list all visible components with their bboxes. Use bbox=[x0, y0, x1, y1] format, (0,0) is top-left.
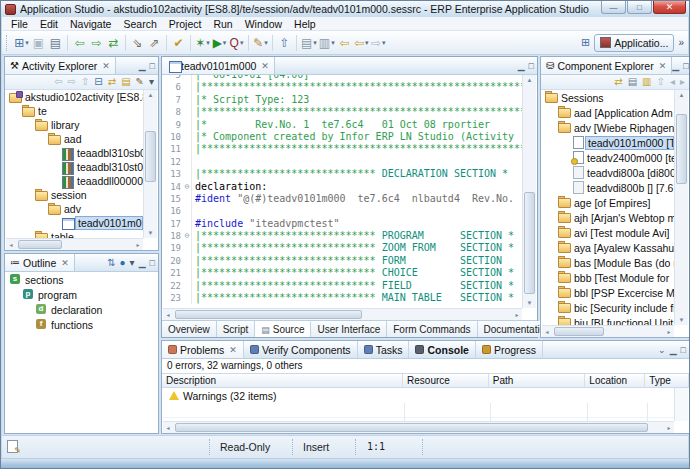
maximize-view-icon[interactable]: □ bbox=[529, 61, 534, 71]
up-icon[interactable]: ⇧ bbox=[657, 77, 665, 87]
code-editor[interactable]: 5|* 06-10-01 [04.00]6|******************… bbox=[163, 75, 522, 308]
forward-icon[interactable]: ⇨ bbox=[68, 77, 76, 87]
close-icon[interactable]: ✕ bbox=[102, 61, 110, 71]
minimize-view-icon[interactable]: ▁ bbox=[670, 345, 677, 355]
horizontal-scrollbar[interactable]: ◂ ▸ bbox=[542, 325, 674, 337]
scrollbar-thumb[interactable] bbox=[175, 423, 648, 432]
view-menu-icon[interactable]: ▾ bbox=[149, 77, 154, 87]
scroll-right-icon[interactable]: ▸ bbox=[133, 239, 143, 250]
scroll-right-icon[interactable]: ▸ bbox=[512, 309, 522, 320]
activity-tree-item[interactable]: session bbox=[6, 188, 143, 202]
tab-progress[interactable]: Progress bbox=[476, 341, 543, 358]
sort-icon[interactable]: ⇅ bbox=[107, 258, 115, 268]
debug-button[interactable]: ✶▾ bbox=[194, 34, 211, 52]
scrollbar-thumb[interactable] bbox=[175, 310, 362, 319]
horizontal-scrollbar[interactable]: ◂ ▸ bbox=[163, 421, 674, 433]
last-edit-location-button[interactable]: ⇦ bbox=[336, 34, 353, 52]
menu-run[interactable]: Run bbox=[207, 18, 238, 30]
minimize-view-icon[interactable]: ▁ bbox=[672, 61, 679, 71]
scrollbar-thumb[interactable] bbox=[554, 327, 604, 336]
minimize-button[interactable]: — bbox=[601, 1, 626, 14]
link-with-editor-icon[interactable]: ⇄ bbox=[614, 77, 622, 87]
up-icon[interactable]: ⇧ bbox=[81, 77, 89, 87]
activity-tree-item[interactable]: teaadbl310sb00 bbox=[6, 146, 143, 160]
to-runtime-button[interactable]: ⇧ bbox=[276, 34, 293, 52]
open-perspective-icon[interactable]: ⊞ bbox=[581, 36, 590, 49]
scroll-down-icon[interactable]: ▼ bbox=[675, 315, 688, 325]
maximize-button[interactable]: □ bbox=[627, 1, 652, 14]
back-icon[interactable]: ⇦ bbox=[54, 77, 62, 87]
component-tree-item[interactable]: aya [Ayalew Kassahun bbox=[542, 240, 674, 255]
scroll-down-icon[interactable]: ▼ bbox=[144, 228, 157, 238]
column-header-resource[interactable]: Resource bbox=[403, 374, 489, 387]
editor-tab-source[interactable]: ▤Source bbox=[255, 321, 311, 337]
close-icon[interactable]: ✕ bbox=[61, 258, 69, 268]
maximize-view-icon[interactable]: □ bbox=[681, 345, 686, 355]
component-tree-item[interactable]: biu [BI functional Unit bbox=[542, 315, 674, 325]
close-button[interactable]: ✕ bbox=[653, 1, 686, 14]
scrollbar-thumb[interactable] bbox=[676, 114, 687, 185]
view-menu-icon[interactable]: ▾ bbox=[130, 258, 135, 268]
scroll-left-icon[interactable]: ◂ bbox=[6, 239, 16, 250]
back-icon[interactable]: ◂ bbox=[670, 77, 675, 87]
check-in-button[interactable]: ⇨ bbox=[88, 34, 105, 52]
component-tree-item[interactable]: bbb [Test Module for bbox=[542, 270, 674, 285]
component-tree-item[interactable]: teadvdi800a [di800 bbox=[542, 165, 674, 180]
component-tree-item[interactable]: teadvdi800b [] [7.6, bbox=[542, 180, 674, 195]
outline-tree-item[interactable]: declaration bbox=[6, 302, 157, 317]
activity-tree-item[interactable]: te bbox=[6, 104, 143, 118]
verify-component-icon[interactable]: ▤ bbox=[628, 77, 637, 87]
export-button[interactable]: ⇗ bbox=[146, 34, 163, 52]
scroll-up-icon[interactable]: ▲ bbox=[144, 90, 157, 100]
maximize-view-icon[interactable]: □ bbox=[150, 61, 155, 71]
activity-tree-item[interactable]: adv bbox=[6, 202, 143, 216]
column-header-description[interactable]: Description bbox=[162, 374, 403, 387]
close-icon[interactable]: ✕ bbox=[261, 61, 269, 71]
component-tree-item[interactable]: Sessions bbox=[542, 90, 674, 105]
view-menu-icon[interactable]: ⌄ bbox=[658, 345, 666, 355]
outline-tree-item[interactable]: program bbox=[6, 287, 157, 302]
scroll-up-icon[interactable]: ▲ bbox=[675, 90, 688, 100]
column-header-type[interactable]: Type bbox=[645, 374, 689, 387]
scroll-right-icon[interactable]: ▸ bbox=[664, 326, 674, 337]
close-icon[interactable]: ✕ bbox=[659, 61, 667, 71]
perspective-button[interactable]: Applicatio... bbox=[594, 34, 674, 52]
menu-help[interactable]: Help bbox=[288, 18, 322, 30]
outline-tree-item[interactable]: functions bbox=[6, 317, 157, 332]
scrollbar-thumb[interactable] bbox=[18, 240, 62, 249]
activity-tree-item[interactable]: table bbox=[6, 230, 143, 238]
component-tree-item[interactable]: bbl [PSP Excercise Mo bbox=[542, 285, 674, 300]
activity-explorer-tab[interactable]: ⚒ Activity Explorer ✕ bbox=[5, 57, 116, 74]
collapse-all-icon[interactable]: ⊟ bbox=[94, 77, 102, 87]
vertical-scrollbar[interactable]: ▲ ▼ bbox=[143, 90, 157, 238]
scrollbar-thumb[interactable] bbox=[524, 192, 535, 295]
editor-tab-user-interface[interactable]: User Interface bbox=[311, 321, 387, 337]
check-out-button[interactable]: ⇦ bbox=[71, 34, 88, 52]
menu-edit[interactable]: Edit bbox=[34, 18, 64, 30]
run-external-button[interactable]: Q▾ bbox=[228, 34, 245, 52]
menu-window[interactable]: Window bbox=[239, 18, 288, 30]
scroll-up-icon[interactable]: ▲ bbox=[523, 75, 536, 85]
save-button[interactable]: ▣ bbox=[30, 34, 47, 52]
tab-tasks[interactable]: Tasks bbox=[358, 341, 410, 358]
refresh-from-vcs-button[interactable]: ⇄ bbox=[105, 34, 122, 52]
close-icon[interactable]: ✕ bbox=[229, 345, 237, 355]
link-with-editor-icon[interactable]: ⇄ bbox=[108, 77, 116, 87]
table-row[interactable]: Warnings (32 items) bbox=[163, 388, 674, 403]
link-editor-button[interactable]: ▥▾ bbox=[318, 34, 336, 52]
activity-tree-item[interactable]: teaadbl310st00 bbox=[6, 160, 143, 174]
column-header-location[interactable]: Location bbox=[585, 374, 645, 387]
perspective-overflow-chevron[interactable]: » bbox=[678, 37, 684, 48]
scroll-left-icon[interactable]: ◂ bbox=[163, 309, 173, 320]
verify-button[interactable]: ✔ bbox=[170, 34, 187, 52]
tab-verify-components[interactable]: Verify Components bbox=[244, 341, 358, 358]
vertical-scrollbar[interactable]: ▲ ▼ bbox=[522, 75, 536, 308]
forward-button[interactable]: ⇨▾ bbox=[370, 34, 387, 52]
forward-icon[interactable]: ▸ bbox=[680, 77, 685, 87]
editor-tab-form-commands[interactable]: Form Commands bbox=[387, 321, 477, 337]
outline-tab[interactable]: ≔ Outline ✕ bbox=[5, 254, 75, 271]
column-header-path[interactable]: Path bbox=[489, 374, 586, 387]
annotate-button[interactable]: ✎▾ bbox=[252, 34, 269, 52]
menu-navigate[interactable]: Navigate bbox=[64, 18, 117, 30]
component-tree-item[interactable]: avi [Test module Avi] bbox=[542, 225, 674, 240]
